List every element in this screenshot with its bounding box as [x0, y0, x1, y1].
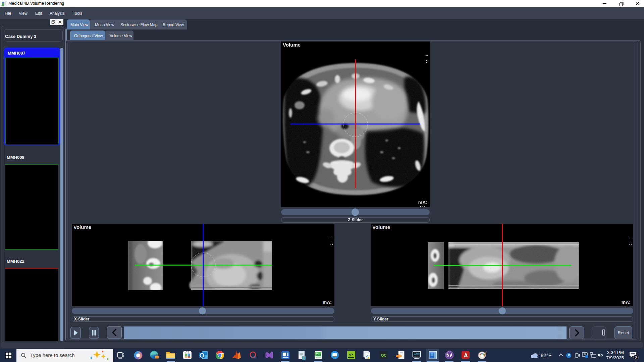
svg-text:Volume: Volume — [73, 224, 91, 230]
svg-text:Volume: Volume — [372, 224, 390, 230]
svg-text:mA:: mA: — [323, 300, 332, 305]
svg-text:--: -- — [330, 235, 333, 240]
svg-text:mA:: mA: — [622, 300, 631, 305]
svg-text:LV: LV — [324, 305, 330, 306]
svg-text:LV: LV — [420, 205, 426, 207]
svg-text:Volume: Volume — [283, 42, 301, 48]
svg-text:QC: QC — [381, 353, 387, 357]
svg-text:LV: LV — [623, 305, 629, 306]
svg-text:::: :: — [629, 241, 632, 246]
svg-text:2: 2 — [635, 356, 637, 360]
svg-text:--: -- — [425, 53, 428, 58]
svg-text:::: :: — [426, 59, 429, 64]
svg-text:mA:: mA: — [418, 200, 427, 205]
svg-text:--: -- — [629, 235, 632, 240]
svg-text:::: :: — [330, 241, 333, 246]
